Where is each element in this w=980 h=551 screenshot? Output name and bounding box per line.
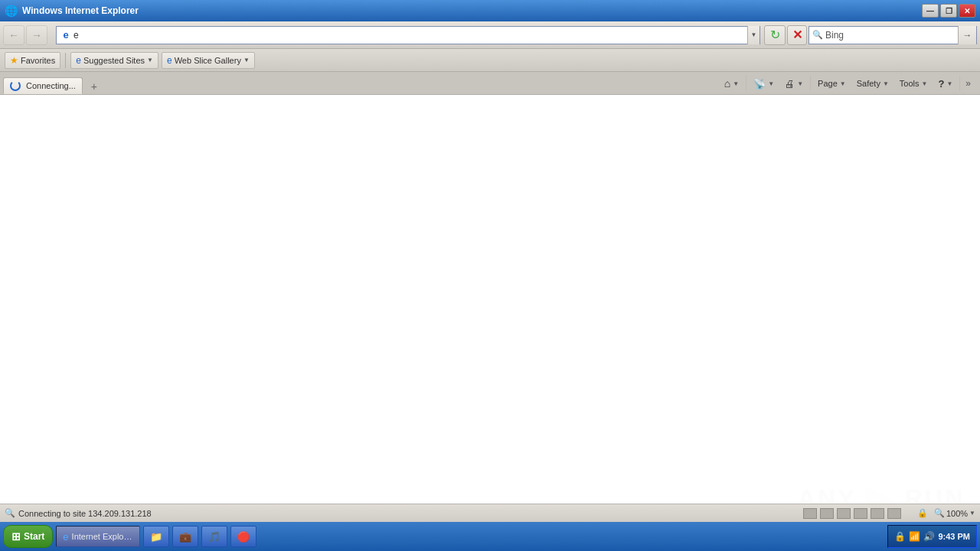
address-input[interactable] [74, 30, 747, 41]
taskbar-ie-app[interactable]: e Internet Explorer [56, 526, 139, 547]
suggested-sites-button[interactable]: e Suggested Sites ▼ [70, 52, 158, 69]
taskbar-folder-icon: 📁 [150, 531, 162, 543]
progress-seg-6 [887, 508, 901, 519]
favorites-bar: ★ Favorites e Suggested Sites ▼ e Web Sl… [0, 49, 980, 72]
content-area [0, 113, 980, 504]
system-time: 9:43 PM [938, 532, 970, 541]
title-bar-text: Windows Internet Explorer [22, 5, 922, 16]
help-dropdown-arrow: ▼ [946, 80, 952, 87]
taskbar-ie-icon: e [63, 531, 68, 543]
taskbar-brief-icon: 💼 [179, 531, 191, 543]
start-button[interactable]: ⊞ Start [3, 525, 53, 548]
page-dropdown-arrow: ▼ [840, 80, 846, 87]
home-icon: ⌂ [724, 77, 730, 90]
nav-bar: ← → e ▼ ↻ ✕ 🔍 → [0, 21, 980, 49]
address-icon: e [60, 29, 72, 41]
favorites-button[interactable]: ★ Favorites [5, 52, 60, 69]
tools-dropdown-arrow: ▼ [922, 80, 928, 87]
suggested-sites-icon: e [76, 55, 81, 66]
web-slice-icon: e [167, 55, 172, 66]
progress-seg-4 [854, 508, 867, 519]
feeds-icon: 📡 [753, 78, 766, 90]
refresh-button[interactable]: ↻ [764, 25, 786, 45]
cmd-sep-1 [746, 76, 746, 91]
window-controls: — ❐ ✕ [922, 4, 975, 18]
taskbar-alert-app[interactable]: 🛑 [230, 526, 256, 547]
web-slice-arrow: ▼ [243, 57, 250, 64]
system-tray: 🔒 📶 🔊 9:43 PM [887, 525, 977, 548]
status-text: Connecting to site 134.209.131.218 [18, 509, 152, 518]
web-slice-gallery-button[interactable]: e Web Slice Gallery ▼ [162, 52, 255, 69]
status-progress-area [802, 508, 902, 519]
start-logo: ⊞ [11, 530, 21, 543]
cmd-sep-3 [959, 76, 960, 91]
security-zone: 🔒 [917, 508, 928, 518]
page-button[interactable]: Page ▼ [813, 74, 851, 93]
taskbar-media-app[interactable]: 🎵 [201, 526, 227, 547]
title-bar-icon: 🌐 [5, 5, 18, 17]
suggested-sites-arrow: ▼ [147, 57, 153, 64]
status-search-icon: 🔍 [5, 508, 15, 518]
progress-seg-5 [871, 508, 884, 519]
restore-button[interactable]: ❐ [940, 4, 957, 18]
tools-button[interactable]: Tools ▼ [895, 74, 933, 93]
tray-volume-icon: 🔊 [923, 531, 935, 542]
print-icon: 🖨 [785, 78, 795, 90]
home-button[interactable]: ⌂ ▼ [720, 74, 743, 93]
forward-button[interactable]: → [26, 25, 47, 45]
close-button[interactable]: ✕ [959, 4, 975, 18]
lock-icon: 🔒 [917, 508, 928, 518]
print-dropdown-arrow: ▼ [797, 80, 803, 87]
search-bar-container: 🔍 → [808, 26, 977, 44]
home-dropdown-arrow: ▼ [733, 80, 739, 87]
feeds-dropdown-arrow: ▼ [768, 80, 774, 87]
search-go-button[interactable]: → [958, 26, 976, 44]
zoom-level: 100% [946, 509, 968, 518]
tab-bar: Connecting... + [0, 71, 714, 94]
address-bar-container: e ▼ [56, 26, 760, 44]
command-bar: ⌂ ▼ 📡 ▼ 🖨 ▼ Page ▼ Safety ▼ Tools ▼ ? ▼ [714, 73, 980, 94]
tray-network-icon: 📶 [909, 531, 920, 542]
back-button[interactable]: ← [3, 25, 24, 45]
safety-dropdown-arrow: ▼ [883, 80, 889, 87]
status-text-area: 🔍 Connecting to site 134.209.131.218 [5, 508, 802, 518]
cmd-sep-2 [810, 76, 811, 91]
taskbar: ⊞ Start e Internet Explorer 📁 💼 🎵 🛑 🔒 📶 … [0, 522, 980, 551]
help-button[interactable]: ? ▼ [933, 74, 957, 93]
progress-seg-2 [820, 508, 834, 519]
tray-security-icon: 🔒 [894, 531, 906, 542]
feeds-button[interactable]: 📡 ▼ [749, 74, 779, 93]
zoom-arrow: ▼ [969, 510, 975, 517]
zoom-icon: 🔍 [934, 508, 945, 518]
minimize-button[interactable]: — [922, 4, 939, 18]
stop-button[interactable]: ✕ [787, 25, 807, 45]
active-tab[interactable]: Connecting... [3, 77, 83, 94]
search-input[interactable] [825, 30, 958, 41]
taskbar-alert-icon: 🛑 [237, 531, 250, 543]
taskbar-media-icon: 🎵 [208, 531, 220, 543]
title-bar: 🌐 Windows Internet Explorer — ❐ ✕ [0, 0, 980, 21]
start-label: Start [24, 531, 44, 542]
status-bar: 🔍 Connecting to site 134.209.131.218 🔒 🔍… [0, 504, 980, 522]
status-right: 🔒 🔍 100% ▼ [917, 508, 975, 518]
address-dropdown-button[interactable]: ▼ [747, 26, 760, 44]
favorites-separator [65, 53, 66, 68]
tab-loading-icon [10, 80, 21, 91]
print-button[interactable]: 🖨 ▼ [780, 74, 808, 93]
progress-seg-3 [837, 508, 851, 519]
taskbar-ie-label: Internet Explorer [72, 532, 133, 541]
favorites-star-icon: ★ [10, 55, 18, 66]
safety-button[interactable]: Safety ▼ [852, 74, 893, 93]
new-tab-button[interactable]: + [86, 79, 103, 94]
taskbar-brief-app[interactable]: 💼 [172, 526, 198, 547]
expand-button[interactable]: » [962, 78, 974, 89]
zoom-display[interactable]: 🔍 100% ▼ [934, 508, 975, 518]
taskbar-folder-app[interactable]: 📁 [143, 526, 169, 547]
progress-seg-1 [803, 508, 817, 519]
